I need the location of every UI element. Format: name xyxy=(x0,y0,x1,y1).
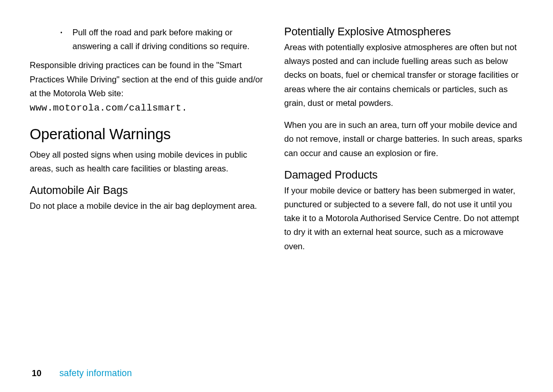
heading-automobile-air-bags: Automobile Air Bags xyxy=(30,184,269,197)
section-name: safety information xyxy=(59,368,132,379)
url-value: www.motorola.com/callsmart xyxy=(30,103,181,114)
url-text: www.motorola.com/callsmart. xyxy=(30,100,269,116)
body-paragraph: If your mobile device or battery has bee… xyxy=(284,184,523,253)
page-footer: 10 safety information xyxy=(32,368,132,379)
bullet-item: • Pull off the road and park before maki… xyxy=(60,26,269,53)
bullet-marker: • xyxy=(60,29,62,53)
body-paragraph: Do not place a mobile device in the air … xyxy=(30,199,269,213)
bullet-text: Pull off the road and park before making… xyxy=(73,26,269,53)
heading-operational-warnings: Operational Warnings xyxy=(30,126,269,143)
right-column: Potentially Explosive Atmospheres Areas … xyxy=(284,26,523,253)
page-content: • Pull off the road and park before maki… xyxy=(30,26,523,253)
heading-damaged-products: Damaged Products xyxy=(284,169,523,182)
body-paragraph: Obey all posted signs when using mobile … xyxy=(30,148,269,176)
heading-explosive-atmospheres: Potentially Explosive Atmospheres xyxy=(284,26,523,38)
body-paragraph: Responsible driving practices can be fou… xyxy=(30,58,269,100)
body-paragraph: When you are in such an area, turn off y… xyxy=(284,118,523,160)
body-paragraph: Areas with potentially explosive atmosph… xyxy=(284,40,523,110)
left-column: • Pull off the road and park before maki… xyxy=(30,26,269,253)
url-period: . xyxy=(181,103,187,114)
page-number: 10 xyxy=(32,368,41,379)
